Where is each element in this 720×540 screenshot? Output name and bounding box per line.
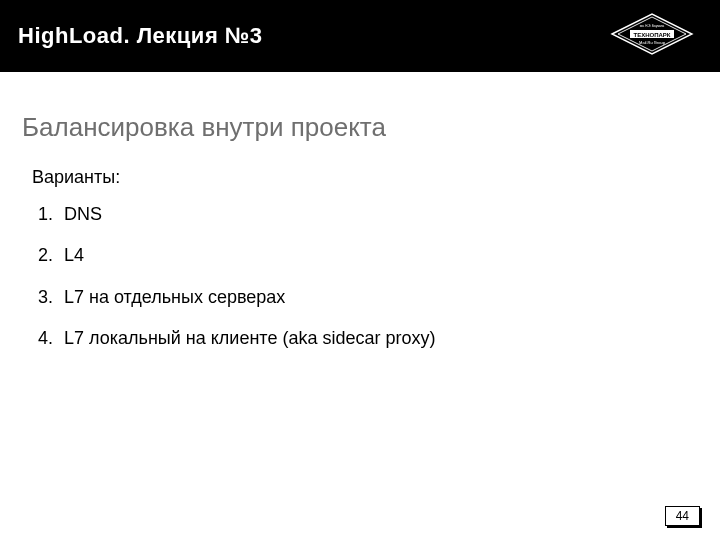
slide: HighLoad. Лекция №3 им. Н.Э. Баумана ТЕХ…: [0, 0, 720, 540]
svg-text:ТЕХНОПАРК: ТЕХНОПАРК: [634, 32, 671, 38]
list-item: L7 локальный на клиенте (aka sidecar pro…: [58, 318, 720, 359]
list-item: DNS: [58, 194, 720, 235]
svg-text:Mail.Ru Group: Mail.Ru Group: [639, 40, 666, 45]
technopark-logo: им. Н.Э. Баумана ТЕХНОПАРК Mail.Ru Group: [602, 6, 702, 66]
options-label: Варианты:: [32, 167, 720, 188]
list-item: L4: [58, 235, 720, 276]
header-title: HighLoad. Лекция №3: [18, 23, 263, 49]
svg-text:им. Н.Э. Баумана: им. Н.Э. Баумана: [640, 24, 665, 28]
list-item: L7 на отдельных серверах: [58, 277, 720, 318]
section-title: Балансировка внутри проекта: [22, 112, 720, 143]
page-number: 44: [665, 506, 700, 526]
options-list: DNS L4 L7 на отдельных серверах L7 локал…: [58, 194, 720, 360]
slide-header: HighLoad. Лекция №3 им. Н.Э. Баумана ТЕХ…: [0, 0, 720, 72]
